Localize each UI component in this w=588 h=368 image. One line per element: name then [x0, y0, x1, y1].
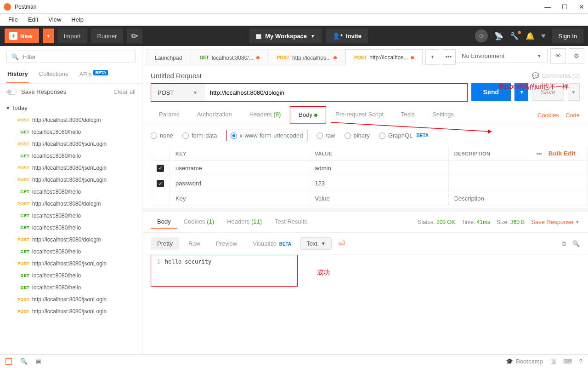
- response-tab-tests[interactable]: Test Results: [268, 215, 314, 229]
- request-tab[interactable]: POSThttp://localhos...: [268, 49, 345, 66]
- tab-prerequest[interactable]: Pre-request Script: [327, 106, 392, 124]
- runner-button[interactable]: Runner: [91, 29, 124, 43]
- help-icon[interactable]: ?: [579, 358, 582, 365]
- copy-icon[interactable]: ⧉: [562, 240, 566, 247]
- key-input[interactable]: [175, 195, 303, 202]
- search-response-icon[interactable]: 🔍: [572, 240, 580, 247]
- sidebar-tab-history[interactable]: History: [6, 66, 29, 83]
- new-dropdown-button[interactable]: ▼: [43, 29, 54, 43]
- sidebar-tab-apis[interactable]: APIs BETA: [78, 66, 109, 83]
- find-icon[interactable]: 🔍: [20, 358, 28, 365]
- param-key[interactable]: password: [170, 176, 309, 191]
- history-item[interactable]: POSThttp://localhost:8080/jsonLogin: [6, 258, 132, 270]
- view-pretty-button[interactable]: Pretty: [151, 237, 179, 250]
- more-icon[interactable]: •••: [536, 151, 542, 156]
- param-desc[interactable]: [448, 161, 588, 176]
- http-method-dropdown[interactable]: POST▼: [151, 84, 204, 101]
- history-item[interactable]: POSThttp://localhost:8080/jsonLogin: [6, 162, 132, 174]
- environment-dropdown[interactable]: No Environment▼: [456, 49, 548, 63]
- history-item[interactable]: GETlocalhost:8080/hello: [6, 246, 132, 258]
- history-item[interactable]: POSThttp://localhost:8080/jsonLogin: [6, 305, 132, 317]
- settings-gear-button[interactable]: ⚙: [569, 48, 584, 64]
- signin-button[interactable]: Sign In: [552, 29, 583, 43]
- checkbox-icon[interactable]: ✓: [157, 165, 164, 172]
- save-response-link[interactable]: Save Response ▼: [531, 218, 580, 225]
- body-binary-radio[interactable]: binary: [345, 132, 370, 139]
- bootcamp-link[interactable]: 🎓Bootcamp: [506, 358, 543, 365]
- view-visualize-button[interactable]: Visualize BETA: [246, 237, 298, 250]
- save-responses-toggle[interactable]: [6, 89, 17, 95]
- window-close-button[interactable]: ✕: [579, 3, 584, 11]
- history-item[interactable]: GETlocalhost:8080/hello: [6, 210, 132, 222]
- bell-icon[interactable]: 🔔: [526, 32, 535, 40]
- param-key[interactable]: username: [170, 161, 309, 176]
- window-minimize-button[interactable]: —: [544, 3, 551, 11]
- checkbox-icon[interactable]: ✓: [157, 180, 164, 187]
- view-preview-button[interactable]: Preview: [209, 237, 243, 250]
- response-format-dropdown[interactable]: Text▼: [300, 237, 332, 250]
- history-item[interactable]: POSThttp://localhost:8080/dologin: [6, 198, 132, 210]
- tab-params[interactable]: Params: [151, 106, 188, 124]
- workspace-selector[interactable]: ▦My Workspace▼: [249, 29, 322, 43]
- param-row-empty[interactable]: [151, 191, 588, 206]
- sidebar-filter[interactable]: 🔍: [6, 51, 136, 63]
- satellite-icon[interactable]: 📡: [494, 32, 503, 40]
- menu-view[interactable]: View: [44, 15, 66, 24]
- tab-headers[interactable]: Headers (9): [241, 106, 289, 124]
- param-row[interactable]: ✓usernameadmin: [151, 161, 588, 176]
- history-item[interactable]: GETlocalhost:8080/hello: [6, 282, 132, 293]
- filter-input[interactable]: [23, 53, 130, 60]
- request-tab[interactable]: POSThttp://localhos...: [345, 49, 423, 66]
- heart-icon[interactable]: ♥: [541, 32, 546, 40]
- body-none-radio[interactable]: none: [151, 132, 173, 139]
- param-value[interactable]: admin: [309, 161, 448, 176]
- clear-all-link[interactable]: Clear all: [113, 88, 136, 95]
- add-tab-button[interactable]: +: [425, 49, 439, 65]
- tab-body[interactable]: Body: [290, 106, 326, 124]
- value-input[interactable]: [315, 195, 442, 202]
- tab-more-button[interactable]: •••: [442, 49, 456, 65]
- save-dropdown-button[interactable]: ▼: [568, 83, 580, 101]
- param-row[interactable]: ✓password123: [151, 176, 588, 191]
- view-raw-button[interactable]: Raw: [182, 237, 207, 250]
- cookies-link[interactable]: Cookies: [537, 112, 559, 119]
- history-item[interactable]: POSThttp://localhost:8080/jsonLogin: [6, 138, 132, 150]
- new-button[interactable]: +New: [5, 29, 39, 43]
- response-tab-cookies[interactable]: Cookies (1): [177, 215, 220, 229]
- comments-link[interactable]: 💬Comments (0): [532, 72, 580, 79]
- history-item[interactable]: POSThttp://localhost:8080/jsonLogin: [6, 293, 132, 305]
- layout-icon-1[interactable]: ▥: [550, 358, 556, 365]
- history-group-today[interactable]: ▾Today: [6, 101, 132, 114]
- url-input[interactable]: [204, 84, 467, 101]
- param-desc[interactable]: [448, 176, 588, 191]
- history-item[interactable]: GETlocalhost:8080/hello: [6, 222, 132, 234]
- history-item[interactable]: GETlocalhost:8080/hello: [6, 126, 132, 138]
- panel-toggle-icon[interactable]: [6, 358, 12, 365]
- history-item[interactable]: POSThttp://localhost:8080/dologin: [6, 114, 132, 126]
- invite-button[interactable]: 👤⁺Invite: [326, 29, 368, 43]
- response-tab-headers[interactable]: Headers (11): [220, 215, 268, 229]
- sync-icon[interactable]: ⟳: [475, 29, 488, 42]
- wrap-lines-icon[interactable]: ⏎: [338, 239, 345, 249]
- history-item[interactable]: POSThttp://localhost:8080/jsonLogin: [6, 174, 132, 186]
- response-tab-body[interactable]: Body: [151, 215, 177, 229]
- history-item[interactable]: POSThttp://localhost:8080/dologin: [6, 234, 132, 246]
- code-link[interactable]: Code: [565, 112, 580, 119]
- menu-edit[interactable]: Edit: [23, 15, 43, 24]
- body-formdata-radio[interactable]: form-data: [182, 132, 217, 139]
- request-tab[interactable]: Launchpad: [146, 49, 191, 66]
- console-icon[interactable]: ▣: [36, 358, 41, 365]
- body-graphql-radio[interactable]: GraphQLBETA: [379, 132, 429, 139]
- open-new-tab-button[interactable]: ⧉▾: [127, 29, 142, 43]
- layout-icon-2[interactable]: ⌨: [563, 358, 572, 365]
- sidebar-tab-collections[interactable]: Collections: [38, 66, 69, 83]
- tab-settings[interactable]: Settings: [424, 106, 462, 124]
- body-urlencoded-radio[interactable]: x-www-form-urlencoded: [226, 130, 307, 141]
- history-item[interactable]: GETlocalhost:8080/hello: [6, 186, 132, 198]
- body-raw-radio[interactable]: raw: [317, 132, 335, 139]
- request-tab[interactable]: GETlocalhost:8080/...: [191, 49, 268, 66]
- history-item[interactable]: GETlocalhost:8080/hello: [6, 150, 132, 162]
- env-quicklook-button[interactable]: 👁: [550, 48, 566, 64]
- tab-authorization[interactable]: Authorization: [189, 106, 240, 124]
- wrench-icon[interactable]: 🔧: [510, 32, 519, 40]
